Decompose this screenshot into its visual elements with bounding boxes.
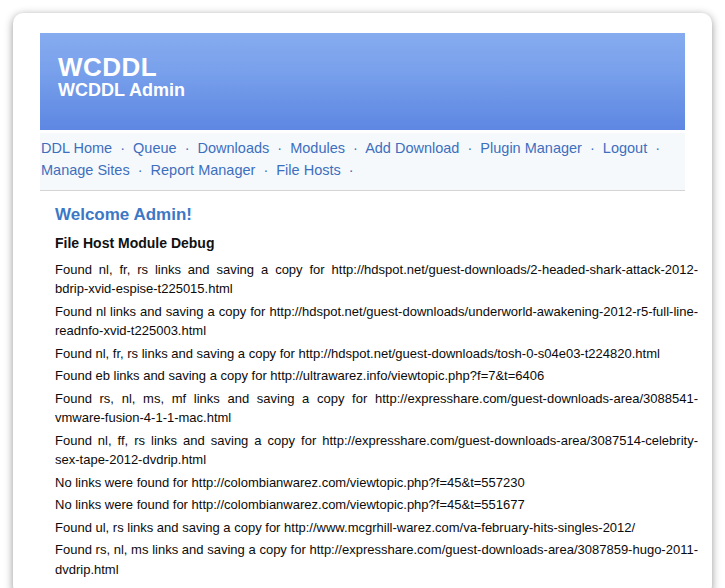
- log-entry: Found ul, rs links and saving a copy for…: [55, 518, 698, 538]
- site-subtitle: WCDDL Admin: [58, 80, 685, 101]
- log-entry: Found rs, nl, ms, mf links and saving a …: [55, 389, 698, 428]
- nav-link[interactable]: Queue: [133, 140, 177, 156]
- nav-link[interactable]: Manage Sites: [41, 162, 130, 178]
- nav-separator-dot: ·: [655, 140, 660, 156]
- nav-separator-dot: ·: [349, 162, 354, 178]
- nav-link[interactable]: Plugin Manager: [480, 140, 582, 156]
- site-title: WCDDL: [58, 54, 685, 80]
- nav-separator-dot: ·: [353, 140, 358, 156]
- header-banner: WCDDL WCDDL Admin: [40, 33, 685, 130]
- log-entry: Found nl, fr, rs links and saving a copy…: [55, 344, 698, 364]
- main-nav: DDL Home · Queue · Downloads · Modules ·…: [40, 133, 685, 191]
- nav-separator-dot: ·: [467, 140, 472, 156]
- log-entry: Found eb links and saving a copy for htt…: [55, 366, 698, 386]
- log-entry: Found nl, ff, rs links and saving a copy…: [55, 431, 698, 470]
- nav-link[interactable]: File Hosts: [276, 162, 340, 178]
- debug-log: Found nl, fr, rs links and saving a copy…: [55, 260, 698, 580]
- nav-link[interactable]: Logout: [603, 140, 647, 156]
- nav-link[interactable]: Add Download: [365, 140, 459, 156]
- nav-separator-dot: ·: [185, 140, 190, 156]
- log-entry: No links were found for http://colombian…: [55, 495, 698, 515]
- nav-separator-dot: ·: [263, 162, 268, 178]
- main-content: Welcome Admin! File Host Module Debug Fo…: [55, 205, 698, 580]
- nav-separator-dot: ·: [277, 140, 282, 156]
- log-entry: No links were found for http://colombian…: [55, 473, 698, 493]
- nav-link[interactable]: Report Manager: [151, 162, 256, 178]
- log-entry: Found rs, nl, ms links and saving a copy…: [55, 540, 698, 579]
- nav-separator-dot: ·: [138, 162, 143, 178]
- nav-separator-dot: ·: [120, 140, 125, 156]
- log-entry: Found nl, fr, rs links and saving a copy…: [55, 260, 698, 299]
- log-entry: Found nl links and saving a copy for htt…: [55, 302, 698, 341]
- nav-link[interactable]: Downloads: [198, 140, 270, 156]
- welcome-heading: Welcome Admin!: [55, 205, 698, 225]
- nav-link[interactable]: Modules: [290, 140, 345, 156]
- nav-separator-dot: ·: [590, 140, 595, 156]
- debug-section-heading: File Host Module Debug: [55, 235, 698, 251]
- nav-link[interactable]: DDL Home: [41, 140, 112, 156]
- content-card: WCDDL WCDDL Admin DDL Home · Queue · Dow…: [13, 13, 712, 588]
